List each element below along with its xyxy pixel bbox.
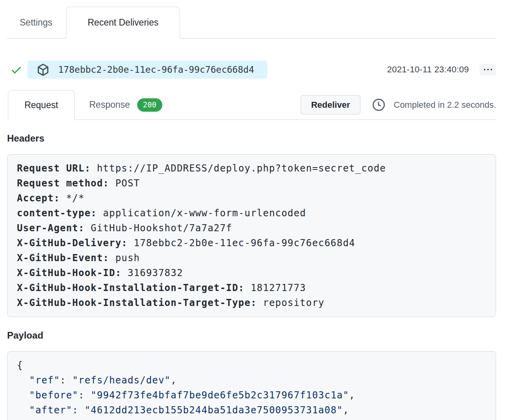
response-status-badge: 200: [137, 98, 162, 112]
tab-recent-deliveries-label: Recent Deliveries: [88, 17, 158, 28]
clock-icon: [373, 99, 385, 111]
header-line: Request method: POST: [17, 176, 486, 191]
headers-heading: Headers: [7, 133, 511, 144]
header-line: Request URL: https://IP_ADDRESS/deploy.p…: [17, 161, 486, 176]
payload-heading: Payload: [7, 330, 511, 341]
payload-line: "after": "4612dd213ecb155b244ba51da3e750…: [17, 403, 486, 418]
tab-settings[interactable]: Settings: [20, 7, 52, 38]
payload-line: "ref": "refs/heads/dev",: [17, 373, 486, 388]
header-line: X-GitHub-Hook-Installation-Target-ID: 18…: [17, 280, 486, 295]
header-line: Accept: */*: [17, 191, 486, 206]
header-line: X-GitHub-Delivery: 178ebbc2-2b0e-11ec-96…: [17, 236, 486, 251]
payload-code-block: { "ref": "refs/heads/dev", "before": "99…: [7, 351, 496, 420]
payload-line: "before": "9942f73fe4bfaf7be9de6fe5b2c31…: [17, 388, 486, 403]
delivery-row-right: 2021-10-11 23:40:09: [387, 64, 496, 76]
check-icon: [10, 64, 22, 76]
delivery-guid: 178ebbc2-2b0e-11ec-96fa-99c76ec668d4: [58, 64, 254, 75]
header-line: content-type: application/x-www-form-url…: [17, 206, 486, 221]
delivery-row: 178ebbc2-2b0e-11ec-96fa-99c76ec668d4 202…: [10, 61, 496, 79]
delivery-timestamp: 2021-10-11 23:40:09: [387, 64, 469, 75]
header-line: X-GitHub-Hook-ID: 316937832: [17, 265, 486, 280]
payload-line: "repository": {: [17, 418, 486, 420]
payload-line: {: [17, 358, 486, 373]
tab-request[interactable]: Request: [8, 90, 75, 120]
header-line: X-GitHub-Hook-Installation-Target-Type: …: [17, 295, 486, 310]
headers-code-block: Request URL: https://IP_ADDRESS/deploy.p…: [7, 154, 496, 317]
package-icon: [37, 64, 49, 76]
tab-response[interactable]: Response 200: [89, 90, 162, 120]
tab-request-label: Request: [24, 100, 58, 111]
completed-duration-text: Completed in 2.2 seconds.: [394, 100, 496, 110]
kebab-horizontal-icon: [484, 66, 492, 74]
tab-response-label: Response: [89, 99, 130, 110]
kebab-menu-button[interactable]: [480, 64, 496, 76]
panel-tabbar: Request Response 200 Redeliver Completed…: [8, 90, 496, 120]
delivery-guid-pill[interactable]: 178ebbc2-2b0e-11ec-96fa-99c76ec668d4: [28, 61, 267, 79]
panel-right: Redeliver Completed in 2.2 seconds.: [301, 90, 496, 120]
tab-settings-label: Settings: [20, 17, 52, 28]
header-line: X-GitHub-Event: push: [17, 251, 486, 265]
header-line: User-Agent: GitHub-Hookshot/7a7a27f: [17, 221, 486, 236]
tab-recent-deliveries[interactable]: Recent Deliveries: [66, 7, 180, 39]
redeliver-button[interactable]: Redeliver: [301, 95, 360, 114]
top-tabnav: Settings Recent Deliveries: [7, 7, 496, 39]
